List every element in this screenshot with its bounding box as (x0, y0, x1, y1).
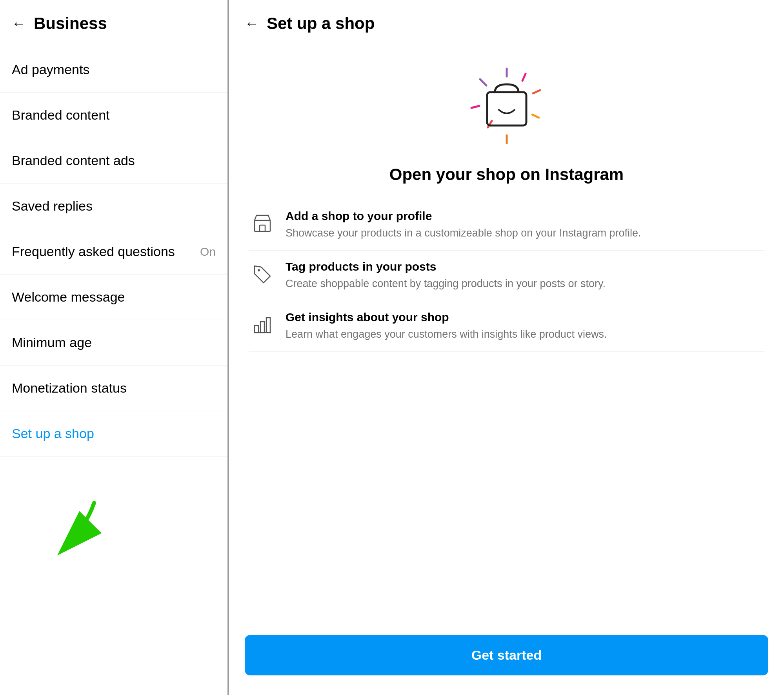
menu-item-label-ad-payments: Ad payments (12, 62, 89, 77)
menu-item-set-up-shop[interactable]: Set up a shop (0, 411, 227, 457)
back-button-right[interactable]: ← (245, 16, 259, 31)
menu-item-label-set-up-shop: Set up a shop (12, 426, 94, 441)
svg-rect-8 (487, 92, 526, 126)
svg-line-6 (471, 106, 479, 108)
feature-title-insights: Get insights about your shop (286, 311, 764, 324)
get-started-button[interactable]: Get started (245, 635, 768, 675)
menu-item-value-faq: On (200, 245, 216, 258)
svg-rect-14 (260, 322, 264, 333)
feature-text-insights: Get insights about your shopLearn what e… (286, 311, 764, 342)
menu-item-label-monetization-status: Monetization status (12, 380, 127, 396)
svg-point-12 (258, 269, 260, 271)
shop-icon (249, 209, 276, 237)
menu-item-label-minimum-age: Minimum age (12, 335, 92, 350)
feature-text-tag-products: Tag products in your postsCreate shoppab… (286, 260, 764, 291)
svg-rect-15 (266, 318, 270, 333)
feature-title-tag-products: Tag products in your posts (286, 260, 764, 273)
menu-item-label-branded-content: Branded content (12, 107, 110, 123)
menu-item-label-saved-replies: Saved replies (12, 198, 93, 214)
menu-item-faq[interactable]: Frequently asked questionsOn (0, 229, 227, 275)
menu-item-label-branded-content-ads: Branded content ads (12, 153, 135, 168)
svg-line-1 (522, 74, 526, 81)
feature-desc-tag-products: Create shoppable content by tagging prod… (286, 277, 764, 291)
svg-line-2 (533, 90, 540, 93)
svg-line-7 (480, 79, 486, 86)
svg-line-3 (532, 115, 539, 118)
open-shop-title: Open your shop on Instagram (245, 161, 768, 200)
feature-desc-insights: Learn what engages your customers with i… (286, 327, 764, 342)
feature-title-add-shop: Add a shop to your profile (286, 209, 764, 223)
rays-svg (464, 63, 550, 149)
menu-item-welcome-message[interactable]: Welcome message (0, 275, 227, 320)
tag-icon (249, 260, 276, 287)
menu-item-monetization-status[interactable]: Monetization status (0, 366, 227, 411)
menu-item-saved-replies[interactable]: Saved replies (0, 184, 227, 229)
feature-list: Add a shop to your profileShowcase your … (245, 200, 768, 351)
right-header: ← Set up a shop (245, 0, 768, 47)
left-panel-title: Business (34, 14, 107, 33)
feature-desc-add-shop: Showcase your products in a customizeabl… (286, 226, 764, 241)
svg-rect-13 (255, 326, 258, 333)
feature-item-add-shop: Add a shop to your profileShowcase your … (249, 200, 764, 251)
feature-text-add-shop: Add a shop to your profileShowcase your … (286, 209, 764, 241)
menu-item-ad-payments[interactable]: Ad payments (0, 47, 227, 93)
menu-item-branded-content-ads[interactable]: Branded content ads (0, 138, 227, 184)
shop-illustration (245, 47, 768, 161)
left-panel: ← Business Ad paymentsBranded contentBra… (0, 0, 227, 695)
menu-list: Ad paymentsBranded contentBranded conten… (0, 47, 227, 695)
chart-icon (249, 311, 276, 338)
menu-item-label-faq: Frequently asked questions (12, 244, 175, 259)
menu-item-branded-content[interactable]: Branded content (0, 93, 227, 138)
menu-item-label-welcome-message: Welcome message (12, 289, 125, 305)
feature-item-tag-products: Tag products in your postsCreate shoppab… (249, 251, 764, 301)
svg-rect-11 (260, 225, 265, 231)
shop-bag-container (464, 63, 550, 149)
right-panel-title: Set up a shop (267, 14, 375, 33)
svg-rect-9 (255, 220, 270, 231)
feature-item-insights: Get insights about your shopLearn what e… (249, 301, 764, 352)
right-panel: ← Set up a shop (229, 0, 784, 695)
menu-item-minimum-age[interactable]: Minimum age (0, 320, 227, 366)
back-button-left[interactable]: ← (12, 16, 26, 31)
left-header: ← Business (0, 0, 227, 47)
